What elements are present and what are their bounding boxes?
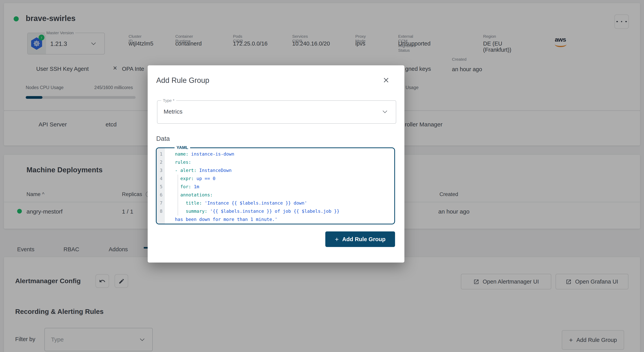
dialog-title: Add Rule Group — [156, 76, 210, 85]
code-line: 6 annotations: — [156, 191, 394, 199]
submit-add-rule-group-button[interactable]: + Add Rule Group — [325, 231, 395, 247]
type-select-label: Type * — [161, 98, 176, 103]
cluster-page: brave-swirles ☸ ↑ Master Version 1.21.3 … — [0, 0, 644, 352]
code-line: 1name: instance-is-down — [156, 150, 394, 158]
chevron-down-icon — [383, 109, 387, 113]
close-dialog-button[interactable] — [382, 76, 390, 85]
line-number: 7 — [156, 199, 165, 207]
code-text: title: 'Instance {{ $labels.instance }} … — [165, 199, 307, 207]
plus-icon: + — [335, 236, 339, 242]
code-text: has been down for more than 1 minute.' — [165, 215, 278, 224]
code-line: 8 summary: '{{ $labels.instance }} of jo… — [156, 207, 394, 215]
code-text: summary: '{{ $labels.instance }} of job … — [165, 207, 340, 215]
code-text: annotations: — [165, 191, 213, 199]
close-icon — [382, 76, 390, 83]
code-line: has been down for more than 1 minute.' — [156, 215, 394, 224]
line-number: 8 — [156, 207, 165, 215]
line-number: 5 — [156, 183, 165, 191]
code-line: 2rules: — [156, 158, 394, 167]
yaml-editor-lines: 1name: instance-is-down2rules:3- alert: … — [156, 148, 394, 224]
line-number: 1 — [156, 150, 165, 158]
line-number — [156, 215, 165, 224]
rule-type-select[interactable]: Type * Metrics — [157, 100, 396, 124]
code-line: 4 expr: up == 0 — [156, 175, 394, 183]
line-number: 3 — [156, 167, 165, 175]
code-text: expr: up == 0 — [165, 175, 216, 183]
code-text: rules: — [165, 158, 191, 167]
type-select-value: Metrics — [164, 108, 182, 115]
line-number: 6 — [156, 191, 165, 199]
code-line: 5 for: 1m — [156, 183, 394, 191]
line-number: 2 — [156, 158, 165, 167]
data-section-label: Data — [156, 135, 170, 142]
code-text: name: instance-is-down — [165, 150, 234, 158]
code-text: - alert: InstanceDown — [165, 167, 232, 175]
code-text: for: 1m — [165, 183, 199, 191]
code-line: 3- alert: InstanceDown — [156, 167, 394, 175]
code-line: 7 title: 'Instance {{ $labels.instance }… — [156, 199, 394, 207]
add-rule-group-dialog: Add Rule Group Type * Metrics Data YAML … — [148, 65, 404, 263]
line-number: 4 — [156, 175, 165, 183]
yaml-editor[interactable]: YAML 1name: instance-is-down2rules:3- al… — [156, 147, 395, 224]
